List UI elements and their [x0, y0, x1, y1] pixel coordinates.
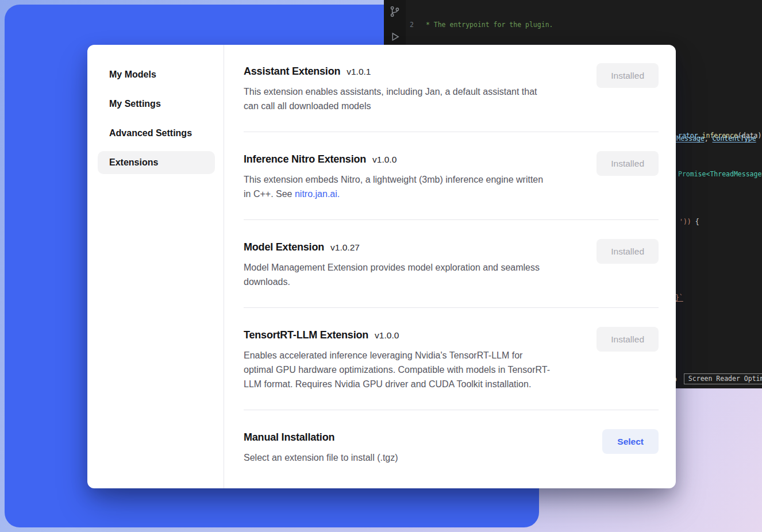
extension-version: v1.0.0	[372, 155, 397, 165]
run-debug-icon[interactable]	[389, 31, 401, 43]
editor-statusbar: go Screen Reader Optimized	[669, 373, 762, 384]
extension-description: This extension embeds Nitro, a lightweig…	[244, 172, 551, 201]
extension-version: v1.0.0	[375, 330, 399, 341]
code-fragment: ')) {	[679, 218, 699, 226]
screen-reader-badge[interactable]: Screen Reader Optimized	[684, 373, 762, 384]
sidebar-item-my-settings[interactable]: My Settings	[98, 92, 215, 115]
extension-info: Assistant Extension v1.0.1 This extensio…	[244, 63, 551, 113]
installed-button[interactable]: Installed	[596, 151, 659, 176]
extension-info: TensortRT-LLM Extension v1.0.0 Enables a…	[244, 327, 551, 391]
editor-line: 2 * The entrypoint for the plugin.	[406, 20, 762, 30]
extension-version: v1.0.27	[330, 242, 360, 253]
extension-heading: Inference Nitro Extension v1.0.0	[244, 151, 551, 167]
extensions-panel: Assistant Extension v1.0.1 This extensio…	[224, 45, 676, 488]
nitro-jan-ai-link[interactable]: nitro.jan.ai.	[295, 189, 340, 199]
extension-row-tensorrt: TensortRT-LLM Extension v1.0.0 Enables a…	[244, 308, 659, 410]
extension-info: Model Extension v1.0.27 Model Management…	[244, 239, 551, 289]
extension-title: Assistant Extension	[244, 63, 340, 79]
sidebar-item-my-models[interactable]: My Models	[98, 63, 215, 86]
extension-row-nitro: Inference Nitro Extension v1.0.0 This ex…	[244, 132, 659, 220]
extension-heading: Model Extension v1.0.27	[244, 239, 551, 255]
extension-description: This extension enables assistants, inclu…	[244, 84, 551, 113]
installed-button[interactable]: Installed	[596, 63, 659, 88]
code-fragment: Promise<ThreadMessage>	[678, 170, 762, 178]
extension-title: Inference Nitro Extension	[244, 151, 366, 167]
manual-installation-title: Manual Installation	[244, 429, 334, 445]
extension-info: Manual Installation Select an extension …	[244, 429, 398, 465]
desktop: 2 * The entrypoint for the plugin. 3 */ …	[0, 0, 762, 532]
manual-installation-description: Select an extension file to install (.tg…	[244, 450, 398, 465]
extension-title: Model Extension	[244, 239, 324, 255]
manual-installation-row: Manual Installation Select an extension …	[244, 410, 659, 483]
line-number: 2	[406, 20, 422, 30]
extension-row-model: Model Extension v1.0.27 Model Management…	[244, 220, 659, 308]
extension-title: TensortRT-LLM Extension	[244, 327, 368, 343]
extension-description: Enables accelerated inference leveraging…	[244, 348, 551, 391]
sidebar-item-advanced-settings[interactable]: Advanced Settings	[98, 122, 215, 145]
extension-info: Inference Nitro Extension v1.0.0 This ex…	[244, 151, 551, 201]
extension-heading: Assistant Extension v1.0.1	[244, 63, 551, 79]
extension-heading: TensortRT-LLM Extension v1.0.0	[244, 327, 551, 343]
extension-description: Model Management Extension provides mode…	[244, 260, 551, 289]
installed-button[interactable]: Installed	[596, 327, 659, 352]
settings-sidebar: My Models My Settings Advanced Settings …	[87, 45, 224, 488]
extension-version: v1.0.1	[347, 67, 371, 77]
code-comment: * The entrypoint for the plugin.	[422, 20, 553, 30]
source-control-icon[interactable]	[389, 6, 401, 17]
select-file-button[interactable]: Select	[602, 429, 659, 454]
extension-row-assistant: Assistant Extension v1.0.1 This extensio…	[244, 63, 659, 132]
sidebar-item-extensions[interactable]: Extensions	[98, 151, 215, 174]
installed-button[interactable]: Installed	[596, 239, 659, 264]
code-fragment: rator.inference(data));	[678, 132, 762, 140]
settings-modal: My Models My Settings Advanced Settings …	[87, 45, 676, 488]
extension-heading: Manual Installation	[244, 429, 398, 445]
